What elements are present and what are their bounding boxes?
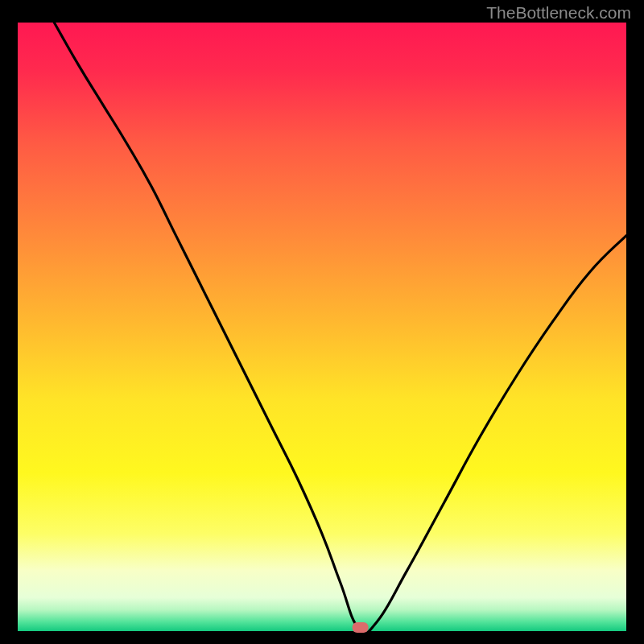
watermark-text: TheBottleneck.com xyxy=(486,3,631,23)
bottleneck-chart xyxy=(0,0,644,644)
minimum-marker xyxy=(353,622,369,633)
